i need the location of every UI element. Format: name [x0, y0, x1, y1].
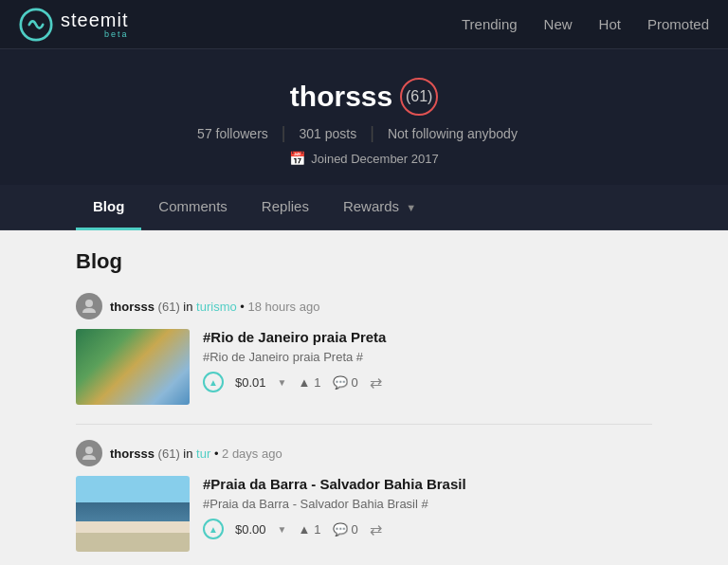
profile-joined: 📅 Joined December 2017 [289, 151, 438, 166]
main-content: Blog thorsss (61) in turismo • 18 hours … [0, 230, 728, 565]
post-dot-2: • [214, 447, 222, 461]
vote-amount-1: $0.01 [235, 375, 266, 390]
reblog-button-1[interactable]: ⇄ [370, 374, 382, 392]
profile-section: thorsss (61) 57 followers | 301 posts | … [0, 49, 728, 185]
post-excerpt-1: #Rio de Janeiro praia Preta # [203, 350, 652, 364]
tab-rewards-label: Rewards [343, 198, 399, 214]
upvote-button-2[interactable]: ▲ [203, 519, 224, 539]
post-thumbnail-1[interactable] [76, 329, 190, 405]
profile-posts[interactable]: 301 posts [286, 126, 371, 141]
post-dot-1: • [240, 300, 247, 314]
user-icon [81, 298, 98, 315]
svg-point-2 [85, 447, 93, 454]
post-card-2: thorsss (61) in tur • 2 days ago #Praia … [76, 440, 652, 552]
site-header: steemit beta Trending New Hot Promoted [0, 0, 728, 49]
logo[interactable]: steemit beta [19, 8, 128, 42]
post-in-label-1: in [183, 300, 196, 314]
profile-followers[interactable]: 57 followers [197, 126, 282, 141]
upvote-circle-1: ▲ [203, 372, 224, 392]
post-author-name-1[interactable]: thorsss [110, 300, 155, 314]
post-author-rep-2: (61) [158, 447, 180, 461]
vote-number-1: 1 [314, 375, 320, 390]
blog-section-title: Blog [76, 249, 652, 274]
upvote-arrow-icon-1: ▲ [298, 375, 310, 390]
vote-dropdown-arrow-1[interactable]: ▼ [278, 377, 287, 388]
thumbnail-image-1 [76, 329, 190, 405]
vote-number-2: 1 [314, 522, 320, 537]
post-author-2: thorsss (61) in tur • 2 days ago [110, 447, 282, 461]
tab-blog[interactable]: Blog [76, 185, 141, 230]
post-thumbnail-2[interactable] [76, 476, 190, 552]
upvote-circle-2: ▲ [203, 519, 224, 539]
comment-icon-1: 💬 [333, 375, 348, 390]
post-body-1: #Rio de Janeiro praia Preta #Rio de Jane… [76, 329, 652, 405]
tabs-bar: Blog Comments Replies Rewards ▼ [0, 185, 728, 230]
profile-name-row: thorsss (61) [290, 78, 438, 116]
avatar-2 [76, 440, 102, 466]
vote-amount-2: $0.00 [235, 522, 266, 537]
post-category-1[interactable]: turismo [196, 300, 237, 314]
upvote-arrow-icon-2: ▲ [298, 522, 310, 537]
post-meta-2: thorsss (61) in tur • 2 days ago [76, 440, 652, 466]
comment-count-1: 0 [352, 375, 358, 390]
post-title-1[interactable]: #Rio de Janeiro praia Preta [203, 329, 652, 345]
profile-username: thorsss [290, 81, 392, 113]
post-excerpt-2: #Praia da Barra - Salvador Bahia Brasil … [203, 497, 652, 511]
profile-stats: 57 followers | 301 posts | Not following… [197, 123, 531, 143]
comment-count-2: 0 [352, 522, 358, 537]
post-author-name-2[interactable]: thorsss [110, 447, 155, 461]
logo-text: steemit beta [61, 10, 128, 39]
post-title-2[interactable]: #Praia da Barra - Salvador Bahia Brasil [203, 476, 652, 492]
chevron-down-icon: ▼ [406, 202, 416, 213]
tab-rewards[interactable]: Rewards ▼ [326, 185, 433, 230]
avatar-1 [76, 293, 102, 319]
main-nav: Trending New Hot Promoted [462, 16, 709, 32]
post-divider-1 [76, 424, 652, 425]
post-author-rep-1: (61) [158, 300, 180, 314]
post-actions-1: ▲ $0.01 ▼ ▲ 1 💬 0 ⇄ [203, 372, 652, 392]
upvote-button-1[interactable]: ▲ [203, 372, 224, 392]
thumbnail-image-2 [76, 476, 190, 552]
post-meta-1: thorsss (61) in turismo • 18 hours ago [76, 293, 652, 319]
tab-replies[interactable]: Replies [245, 185, 326, 230]
nav-hot[interactable]: Hot [599, 16, 621, 32]
vote-count-1[interactable]: ▲ 1 [298, 375, 320, 390]
post-info-1: #Rio de Janeiro praia Preta #Rio de Jane… [203, 329, 652, 405]
comment-button-2[interactable]: 💬 0 [333, 522, 358, 537]
nav-promoted[interactable]: Promoted [647, 16, 709, 32]
post-category-2[interactable]: tur [196, 447, 210, 461]
comment-icon-2: 💬 [333, 522, 348, 537]
vote-count-2[interactable]: ▲ 1 [298, 522, 320, 537]
profile-reputation: (61) [400, 78, 438, 116]
logo-beta: beta [61, 29, 128, 39]
vote-dropdown-arrow-2[interactable]: ▼ [278, 524, 287, 535]
calendar-icon: 📅 [289, 151, 305, 166]
steemit-logo-icon [19, 8, 53, 42]
post-in-label-2: in [183, 447, 196, 461]
post-card-1: thorsss (61) in turismo • 18 hours ago #… [76, 293, 652, 405]
nav-new[interactable]: New [544, 16, 573, 32]
tab-comments[interactable]: Comments [141, 185, 245, 230]
post-actions-2: ▲ $0.00 ▼ ▲ 1 💬 0 ⇄ [203, 519, 652, 539]
joined-date: Joined December 2017 [311, 152, 438, 166]
profile-following: Not following anybody [374, 126, 531, 141]
user-icon-2 [81, 445, 98, 462]
post-body-2: #Praia da Barra - Salvador Bahia Brasil … [76, 476, 652, 552]
post-info-2: #Praia da Barra - Salvador Bahia Brasil … [203, 476, 652, 552]
nav-trending[interactable]: Trending [462, 16, 518, 32]
logo-name: steemit [61, 10, 128, 29]
post-time-2: 2 days ago [222, 447, 282, 461]
post-author-1: thorsss (61) in turismo • 18 hours ago [110, 300, 319, 314]
svg-point-1 [85, 300, 93, 307]
comment-button-1[interactable]: 💬 0 [333, 375, 358, 390]
post-time-1: 18 hours ago [248, 300, 320, 314]
reblog-button-2[interactable]: ⇄ [370, 520, 382, 538]
